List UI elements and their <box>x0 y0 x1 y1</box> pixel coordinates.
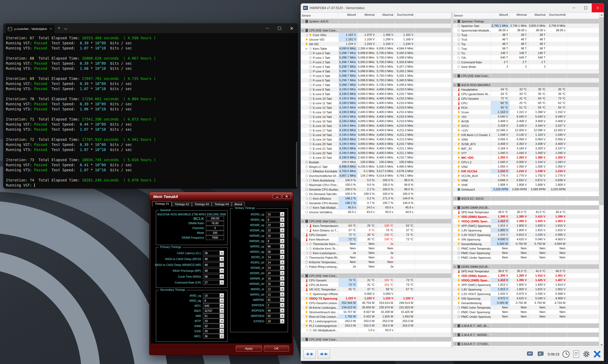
sensor-row[interactable]: Paket-/Ring-Leistung...JaNeinJa <box>301 264 451 269</box>
scrollbar-thumb[interactable] <box>599 17 603 205</box>
sensor-row[interactable]: Uncore Verhältnis45.0 x43.0 x50.0 x44.9 … <box>301 210 451 214</box>
expand-arrow-icon[interactable] <box>454 343 456 345</box>
sensor-row[interactable]: Kritische Kern-Te...NeinNeinNein <box>301 246 451 251</box>
sensor-row[interactable]: PCH55 °C51 °C56 °C55 °C <box>453 105 599 110</box>
sensor-row[interactable]: Trp48 T48 T48 T <box>453 42 599 46</box>
maximize-button[interactable] <box>580 3 592 12</box>
tab-timings-4[interactable]: Timings #4 <box>212 202 231 207</box>
sensor-row[interactable]: E-core 22 Takt4,199.0 MHz4,099.0 MHz4,40… <box>301 151 451 155</box>
sensor-row[interactable]: E-core 20 Takt4,199.0 MHz3,000.0 MHz4,40… <box>301 142 451 146</box>
sensor-row[interactable]: On-Demand-Takt-Mo...100.0 %100.0 %100.0 … <box>301 192 451 196</box>
scrollbar-thumb[interactable] <box>296 142 297 187</box>
dropdown-arrow-icon[interactable] <box>280 271 284 276</box>
sensor-row[interactable]: PMIC hohe TemperaturNeinNeinNeinNein <box>453 246 599 251</box>
sensor-row[interactable]: CPU Gesamt73 °C31 °C101 °C73 °C <box>301 278 451 282</box>
timing-select[interactable]: 32 <box>203 324 224 328</box>
column-maximal[interactable]: Maximal <box>528 13 547 19</box>
timing-select[interactable]: 51 <box>203 313 224 318</box>
sensor-row[interactable]: P-core 3 Takt5,298.7 MHz5,098.8 MHz5,700… <box>301 64 451 69</box>
sensor-row[interactable]: P-core 4 Takt5,398.7 MHz5,098.8 MHz5,700… <box>301 69 451 73</box>
sensor-row[interactable]: CPU (gewichteter W...34 °C33 °C35 °C35 °… <box>453 92 599 96</box>
column-maximal[interactable]: Maximal <box>376 13 395 19</box>
sensor-row[interactable]: +5V5.040 V5.040 V5.040 V5.040 V <box>453 114 599 119</box>
sensor-row[interactable]: Core VIDs1.162 V1.070 V1.399 V1.162 V <box>301 33 451 37</box>
timing-select[interactable]: 14 <box>266 255 284 260</box>
sensor-group-row[interactable]: ASUS EC: ASUS <box>453 196 599 201</box>
sensor-row[interactable]: E-core 13 Takt4,199.0 MHz2,400.0 MHz4,40… <box>301 110 451 114</box>
sensor-row[interactable]: Maximale CPU-/Thre...100.0 %9.6 %100.0 %… <box>301 183 451 187</box>
sensor-row[interactable]: OC-Multiplikatorli...1.0 x60.0 x <box>301 328 451 332</box>
timing-select[interactable]: 14 <box>266 260 284 265</box>
sensor-row[interactable]: Kern-Maximum72 °C30 °C100 °C73 °C <box>301 237 451 242</box>
close-sensors-icon[interactable] <box>593 350 601 358</box>
sensor-row[interactable]: IA-Kerne Leistungsa...234.623 W35.606 W2… <box>301 305 451 310</box>
sensor-row[interactable]: Uncore VID1.181 V1.109 V1.299 V1.168 V <box>301 37 451 42</box>
dropdown-arrow-icon[interactable] <box>280 276 284 281</box>
sensor-row[interactable]: Kritische Temperatur...NeinNeinNein <box>301 260 451 264</box>
dropdown-arrow-icon[interactable] <box>220 262 224 267</box>
expand-arrow-icon[interactable] <box>305 224 308 227</box>
sensor-row[interactable]: 3VSB_ATX3.408 V3.392 V3.408 V3.408 V <box>453 142 599 146</box>
sensor-row[interactable]: E-core 11 Takt4,199.0 MHz4,099.0 MHz4,40… <box>301 101 451 105</box>
timing-select[interactable]: 8 <box>266 239 284 243</box>
sensor-row[interactable]: 1.0V VOUT Spannung1.020 V0.810 V1.035 V0… <box>453 233 599 237</box>
timing-select[interactable]: 8 <box>203 298 224 303</box>
dropdown-arrow-icon[interactable] <box>220 313 224 318</box>
tab-timings-3[interactable]: Timings #3 <box>192 202 211 207</box>
collapse-arrow-icon[interactable] <box>302 220 304 223</box>
expand-arrow-icon[interactable] <box>454 324 456 327</box>
dropdown-arrow-icon[interactable] <box>220 257 224 261</box>
dropdown-arrow-icon[interactable] <box>280 265 284 270</box>
sensor-row[interactable]: AVSB3.408 V3.408 V3.408 V3.408 V <box>453 119 599 123</box>
timing-select[interactable]: 24 <box>266 265 284 270</box>
sensor-group-row[interactable]: ASUS ROG MAXIMUS... <box>453 83 599 87</box>
sensor-row[interactable]: CPU60 °C25 °C83 °C62 °C <box>453 101 599 105</box>
settings-gear-icon[interactable] <box>582 350 590 358</box>
sensor-group-row[interactable]: S.M.A.R.T.: WD_BL... <box>453 323 599 328</box>
sensor-row[interactable]: VIN Spannung4.690 V4.620 V5.040 V4.903 V <box>453 237 599 242</box>
sensor-row[interactable]: Speichertakt-Multiplik...38.00 x38.00 x3… <box>453 28 599 33</box>
column-minimal[interactable]: Minimal <box>510 13 528 19</box>
expand-arrow-icon[interactable] <box>302 20 304 23</box>
dropdown-arrow-icon[interactable] <box>280 212 284 217</box>
dropdown-arrow-icon[interactable] <box>220 324 224 328</box>
sensor-row[interactable]: VDD (SWA) Spann...1.395 V1.395 V1.410 V1… <box>453 273 599 278</box>
dropdown-arrow-icon[interactable] <box>220 274 224 279</box>
maximize-button[interactable] <box>273 23 286 33</box>
sensor-row[interactable]: VDDQ (SWB) Span...1.410 V1.395 V1.425 V1… <box>453 219 599 223</box>
sensor-row[interactable]: SPD Hub Temperatur38.8 °C30.3 °C41.0 °C4… <box>453 269 599 273</box>
sensor-row[interactable]: VTT1.040 V1.040 V1.040 V1.040 V <box>453 151 599 155</box>
sensor-group-row[interactable]: CPU [#0]: Intel Core... <box>453 73 599 78</box>
timing-select[interactable]: 10 <box>203 293 224 298</box>
collapse-columns-button[interactable] <box>318 349 330 359</box>
collapse-arrow-icon[interactable] <box>305 47 308 50</box>
sensor-row[interactable]: Kern-Takt-Multipli...45.9 x24.0 x60.0 x4… <box>301 205 451 210</box>
sensor-group-row[interactable]: System: ASUS <box>301 19 451 24</box>
sensor-row[interactable]: SA VID1.234 V1.234 V1.234 V1.234 V <box>301 42 451 46</box>
expand-arrow-icon[interactable] <box>454 75 456 77</box>
sensor-row[interactable]: Gesamtleistung5.000 W0.750 W5.750 W4.734… <box>453 301 599 305</box>
timing-select[interactable]: 91 <box>266 297 284 302</box>
sensor-group-row[interactable]: DDR5 DIMM [#2] (B... <box>453 264 599 269</box>
clock-icon[interactable] <box>562 350 570 358</box>
sensor-row[interactable]: IVR Atom L2 Cluster 11.048 V0.136 V1.104… <box>453 133 599 137</box>
timing-select[interactable]: 16 <box>266 212 284 217</box>
dropdown-arrow-icon[interactable] <box>280 281 284 286</box>
sensor-group-row[interactable]: CPU [#0]: Intel Core... <box>301 28 451 33</box>
hwinfo-titlebar[interactable]: HWiNFO64 v7.47-5120 - Sensorstatus <box>301 3 604 12</box>
expand-arrow-icon[interactable] <box>305 243 308 245</box>
timing-select[interactable]: 2 <box>266 303 284 308</box>
sensor-row[interactable]: CPU L21.040 V0.000 V1.104 V1.043 V <box>453 160 599 164</box>
collapse-arrow-icon[interactable] <box>302 274 304 277</box>
timing-select[interactable]: 29 <box>203 329 224 334</box>
sensor-row[interactable]: 3VCC3.328 V3.328 V3.344 V3.337 V <box>453 123 599 128</box>
collapse-arrow-icon[interactable] <box>302 29 304 32</box>
sensor-row[interactable]: Ring/LLC Takt4,498.9 MHz4,299.0 MHz5,000… <box>301 164 451 169</box>
expand-arrow-icon[interactable] <box>454 197 456 200</box>
sensor-row[interactable]: VDDQ TX Spannung1.220 V1.220 V1.220 V1.2… <box>301 296 451 301</box>
dropdown-arrow-icon[interactable] <box>280 255 284 260</box>
sensor-row[interactable]: P-core 0 Takt5,398.7 MHz5,098.8 MHz5,700… <box>301 51 451 55</box>
column-aktuell[interactable]: Aktuell <box>491 13 510 19</box>
sensor-row[interactable]: CPU-Gesamt-Leistun...252.944 W45.754 W25… <box>301 301 451 305</box>
dropdown-arrow-icon[interactable] <box>280 287 284 292</box>
